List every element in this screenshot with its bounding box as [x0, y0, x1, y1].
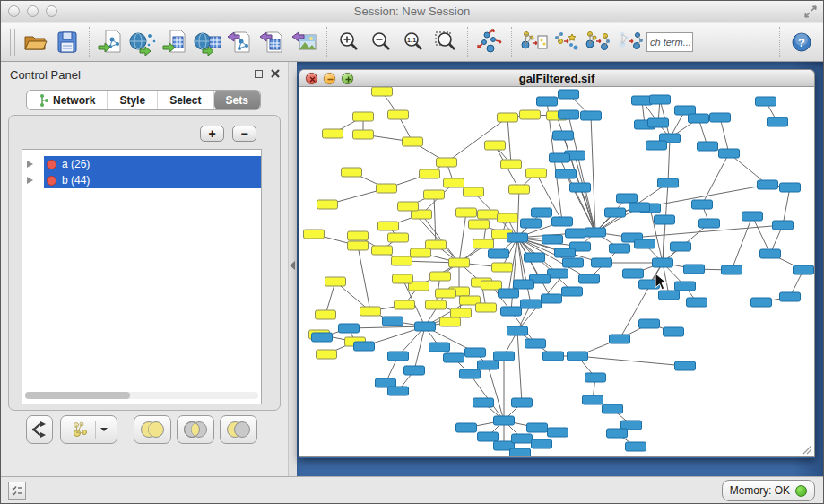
graph-node-blue[interactable]	[623, 269, 644, 278]
graph-node-blue[interactable]	[563, 258, 584, 267]
graph-node-blue[interactable]	[465, 348, 486, 357]
graph-node-blue[interactable]	[653, 258, 673, 267]
graph-node-yellow[interactable]	[398, 202, 419, 211]
create-set-from-selection-button[interactable]	[60, 415, 117, 444]
graph-node-blue[interactable]	[692, 200, 713, 209]
graph-node-blue[interactable]	[626, 442, 646, 451]
graph-node-blue[interactable]	[646, 141, 667, 150]
network-graph[interactable]	[299, 87, 814, 456]
graph-node-yellow[interactable]	[436, 289, 456, 298]
graph-node-blue[interactable]	[592, 258, 612, 267]
graph-node-blue[interactable]	[794, 265, 814, 274]
intersect-sets-button[interactable]	[177, 415, 214, 444]
graph-node-blue[interactable]	[689, 114, 709, 123]
remove-set-button[interactable]: −	[232, 126, 256, 142]
graph-node-yellow[interactable]	[478, 210, 499, 219]
graph-node-blue[interactable]	[404, 366, 425, 375]
graph-node-blue[interactable]	[650, 95, 671, 104]
graph-node-blue[interactable]	[780, 292, 801, 301]
graph-node-yellow[interactable]	[388, 110, 409, 119]
graph-node-blue[interactable]	[658, 178, 679, 187]
graph-node-yellow[interactable]	[520, 110, 541, 119]
expand-triangle-icon[interactable]	[27, 177, 33, 184]
graph-node-yellow[interactable]	[317, 350, 337, 359]
select-subnetwork-icon[interactable]	[582, 26, 614, 58]
graph-node-blue[interactable]	[507, 233, 528, 242]
graph-node-blue[interactable]	[521, 219, 542, 228]
graph-node-blue[interactable]	[758, 180, 778, 189]
difference-sets-button[interactable]	[220, 415, 257, 444]
graph-node-blue[interactable]	[512, 434, 533, 443]
graph-node-yellow[interactable]	[498, 113, 518, 122]
export-table-icon[interactable]	[256, 26, 289, 58]
graph-node-yellow[interactable]	[498, 213, 518, 222]
graph-node-blue[interactable]	[532, 439, 552, 448]
graph-node-yellow[interactable]	[317, 200, 338, 209]
zoom-fit-selected-icon[interactable]	[429, 26, 462, 58]
graph-node-blue[interactable]	[555, 248, 576, 257]
graph-node-yellow[interactable]	[509, 185, 530, 194]
graph-node-blue[interactable]	[542, 235, 563, 244]
graph-node-blue[interactable]	[494, 416, 515, 425]
graph-node-blue[interactable]	[579, 274, 600, 283]
toolbar-grip[interactable]	[10, 29, 15, 56]
graph-node-blue[interactable]	[629, 203, 650, 212]
panel-divider[interactable]	[288, 62, 297, 476]
tab-network[interactable]: Network	[27, 91, 108, 109]
search-input[interactable]	[646, 32, 693, 52]
graph-node-yellow[interactable]	[348, 241, 369, 250]
graph-node-blue[interactable]	[537, 97, 558, 106]
network-window-titlebar[interactable]: galFiltered.sif	[299, 69, 815, 87]
graph-node-blue[interactable]	[664, 327, 684, 336]
graph-node-blue[interactable]	[675, 282, 696, 291]
graph-node-yellow[interactable]	[492, 263, 513, 272]
import-network-file-icon[interactable]	[95, 26, 127, 58]
graph-node-yellow[interactable]	[456, 208, 477, 217]
graph-node-blue[interactable]	[514, 280, 534, 289]
graph-node-yellow[interactable]	[526, 169, 547, 178]
graph-node-yellow[interactable]	[360, 307, 381, 316]
graph-node-blue[interactable]	[605, 208, 626, 217]
graph-node-blue[interactable]	[710, 113, 731, 122]
graph-node-yellow[interactable]	[372, 87, 393, 96]
graph-node-blue[interactable]	[559, 90, 579, 99]
graph-node-blue[interactable]	[521, 300, 542, 308]
graph-node-yellow[interactable]	[444, 178, 464, 187]
graph-node-blue[interactable]	[501, 307, 522, 316]
graph-node-yellow[interactable]	[372, 246, 393, 255]
graph-node-yellow[interactable]	[377, 184, 397, 193]
graph-node-blue[interactable]	[312, 333, 333, 342]
copy-network-icon[interactable]	[517, 26, 550, 58]
graph-node-yellow[interactable]	[323, 129, 343, 138]
graph-node-blue[interactable]	[581, 111, 602, 120]
task-history-button[interactable]	[8, 482, 26, 500]
open-folder-icon[interactable]	[19, 26, 51, 58]
graph-node-blue[interactable]	[473, 398, 494, 407]
graph-node-blue[interactable]	[687, 298, 707, 307]
graph-node-blue[interactable]	[568, 352, 588, 361]
graph-node-blue[interactable]	[607, 429, 628, 438]
graph-node-blue[interactable]	[698, 142, 718, 151]
graph-node-yellow[interactable]	[426, 300, 447, 309]
scrollbar-thumb[interactable]	[25, 392, 130, 399]
graph-node-blue[interactable]	[552, 217, 573, 226]
tab-sets[interactable]: Sets	[214, 91, 260, 109]
network-canvas[interactable]	[299, 87, 815, 457]
split-set-button[interactable]	[26, 415, 53, 444]
graph-node-blue[interactable]	[383, 317, 403, 326]
graph-node-blue[interactable]	[456, 423, 477, 432]
graph-node-blue[interactable]	[489, 249, 509, 258]
resize-grip[interactable]	[801, 443, 812, 455]
graph-node-yellow[interactable]	[403, 137, 423, 146]
import-table-url-icon[interactable]	[192, 26, 224, 58]
graph-node-blue[interactable]	[675, 361, 696, 370]
graph-node-blue[interactable]	[499, 289, 519, 298]
graph-node-blue[interactable]	[603, 404, 623, 413]
export-image-icon[interactable]	[289, 26, 321, 58]
graph-node-yellow[interactable]	[388, 233, 409, 242]
graph-node-blue[interactable]	[585, 373, 606, 382]
graph-node-blue[interactable]	[542, 294, 562, 303]
graph-node-yellow[interactable]	[304, 230, 325, 239]
tab-style[interactable]: Style	[108, 91, 158, 109]
graph-node-blue[interactable]	[415, 322, 436, 331]
